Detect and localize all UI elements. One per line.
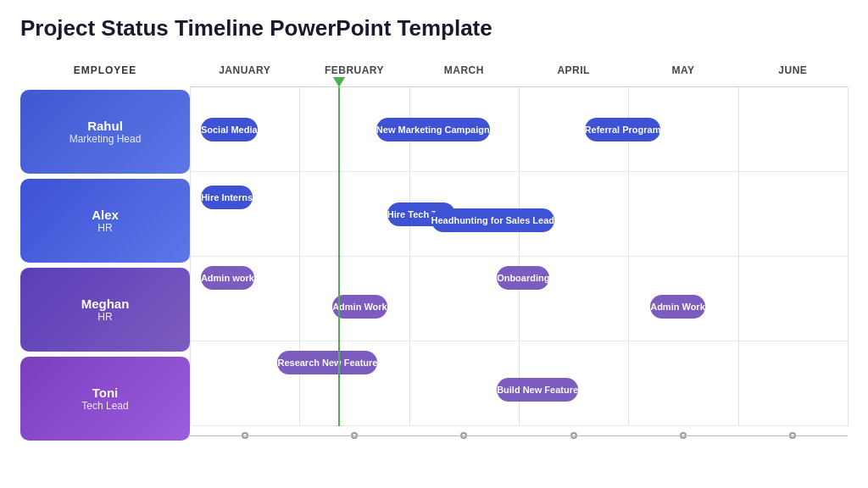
employee-name-meghan: Meghan [81, 297, 130, 311]
page-title: Project Status Timeline PowerPoint Templ… [20, 15, 848, 42]
month-march: MARCH [409, 64, 519, 76]
bar-admin-work-medium: Admin Work [332, 295, 387, 319]
gantt-row-toni: Research New Feature Build New Feature [190, 341, 848, 426]
employee-alex: Alex HR [20, 179, 190, 263]
employee-meghan: Meghan HR [20, 268, 190, 352]
month-january: JANUARY [190, 64, 299, 76]
employee-role-rahul: Marketing Head [70, 133, 142, 145]
bar-admin-work-right: Admin Work [650, 295, 705, 319]
bar-research-new-feature: Research New Feature [277, 351, 377, 374]
employee-name-rahul: Rahul [87, 119, 123, 133]
bar-new-marketing-campaign: New Marketing Campaign [376, 118, 490, 141]
employee-role-alex: HR [97, 222, 112, 234]
months-header: JANUARY FEBRUARY MARCH APRIL MAY JUNE [190, 53, 848, 87]
employee-name-alex: Alex [92, 208, 119, 222]
employee-role-toni: Tech Lead [81, 400, 128, 412]
gantt-row-meghan: Admin work Onboarding Admin Work [190, 257, 848, 341]
month-june: JUNE [738, 64, 848, 76]
gantt-container: EMPLOYEE Rahul Marketing Head Alex HR Me… [20, 53, 848, 443]
bar-referral-program: Referral Program [585, 118, 661, 141]
dot-line [190, 435, 848, 436]
page: Project Status Timeline PowerPoint Templ… [0, 0, 868, 488]
bar-build-new-feature: Build New Feature [497, 378, 578, 402]
month-may: MAY [628, 64, 737, 76]
gantt-row-rahul: New Marketing Campaign Social Media Refe… [190, 87, 848, 172]
bar-admin-work-small: Admin work [201, 266, 254, 290]
employee-role-meghan: HR [97, 311, 112, 323]
employee-toni: Toni Tech Lead [20, 357, 190, 441]
timeline-dots [190, 428, 848, 443]
time-marker [338, 87, 340, 426]
bar-social-media: Social Media [201, 118, 258, 141]
month-february: FEBRUARY [299, 64, 409, 76]
employee-name-toni: Toni [92, 385, 119, 400]
employee-rahul: Rahul Marketing Head [20, 90, 190, 174]
timeline-area: JANUARY FEBRUARY MARCH APRIL MAY JUNE [190, 53, 848, 443]
month-april: APRIL [519, 64, 628, 76]
employee-header: EMPLOYEE [20, 53, 190, 87]
bar-onboarding: Onboarding [497, 266, 549, 290]
time-marker-arrow [333, 77, 345, 87]
gantt-row-alex: Hire Tech Team Hire Interns Headhunting … [190, 172, 848, 257]
gantt-rows: New Marketing Campaign Social Media Refe… [190, 87, 848, 426]
employee-column: EMPLOYEE Rahul Marketing Head Alex HR Me… [20, 53, 190, 443]
bar-headhunting-sales-lead: Headhunting for Sales Lead [431, 208, 554, 232]
bar-hire-interns: Hire Interns [201, 186, 253, 209]
